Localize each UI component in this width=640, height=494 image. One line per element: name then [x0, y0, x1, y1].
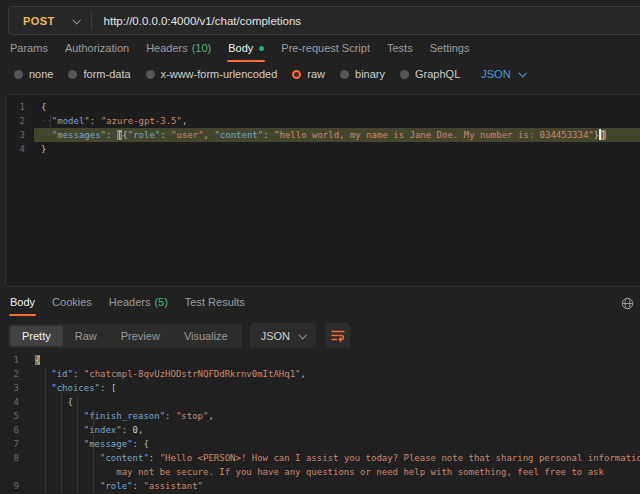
code-text: may not be secure. If you have any quest…: [28, 465, 640, 479]
url-input[interactable]: [104, 15, 640, 27]
mode-label: GraphQL: [415, 68, 460, 80]
mode-label: raw: [307, 68, 325, 80]
line-number: 1: [6, 100, 34, 114]
body-mode-raw[interactable]: raw: [292, 68, 325, 80]
headers-count-badge: (10): [192, 42, 212, 54]
response-tab-test-results[interactable]: Test Results: [185, 296, 245, 316]
code-text: "choices": [: [28, 381, 640, 395]
code-line: 5 "finish_reason": "stop",: [0, 409, 640, 423]
tab-label: Cookies: [52, 296, 92, 308]
code-line: 2··"model": "azure-gpt-3.5",: [6, 114, 640, 128]
request-tab-tests[interactable]: Tests: [387, 42, 413, 62]
view-visualize[interactable]: Visualize: [172, 326, 240, 346]
mode-label: form-data: [83, 68, 130, 80]
wrap-lines-button[interactable]: [325, 323, 350, 348]
radio-icon: [400, 70, 409, 79]
code-line: 4}: [6, 142, 640, 156]
response-tabs: Body Cookies Headers(5) Test Results: [10, 296, 245, 316]
line-number: [0, 465, 28, 479]
code-text: "id": "chatcmpl-8qvUzHODstrNQFDdRkrnv0mI…: [28, 367, 640, 381]
response-body-editor[interactable]: 1{2 "id": "chatcmpl-8qvUzHODstrNQFDdRkrn…: [0, 351, 640, 494]
globe-icon[interactable]: [621, 296, 634, 314]
response-language-dropdown[interactable]: JSON: [250, 323, 316, 348]
language-label: JSON: [481, 68, 510, 80]
body-mode-graphql[interactable]: GraphQL: [400, 68, 460, 80]
line-number: 9: [0, 479, 28, 493]
code-text: {: [34, 100, 640, 114]
method-label: POST: [23, 15, 55, 27]
response-tab-body[interactable]: Body: [10, 296, 35, 316]
radio-icon: [340, 70, 349, 79]
request-tabs: Params Authorization Headers(10) Body Pr…: [10, 42, 469, 62]
code-text: ··"messages": [{"role": "user", "content…: [34, 128, 640, 142]
mode-label: none: [29, 68, 53, 80]
tab-label: Settings: [430, 42, 470, 54]
postman-window: POST Params Authorization Headers(10) Bo…: [0, 0, 640, 494]
tab-label: Body: [10, 296, 35, 308]
line-number: 6: [0, 423, 28, 437]
request-tab-body[interactable]: Body: [228, 42, 264, 62]
tab-label: Headers: [109, 296, 151, 308]
line-number: 4: [0, 395, 28, 409]
code-line: 9 "role": "assistant": [0, 479, 640, 493]
response-tab-cookies[interactable]: Cookies: [52, 296, 92, 316]
line-number: 2: [6, 114, 34, 128]
mode-label: x-www-form-urlencoded: [161, 68, 278, 80]
tab-label: Authorization: [65, 42, 129, 54]
headers-count-badge: (5): [154, 296, 167, 308]
request-tab-headers[interactable]: Headers(10): [146, 42, 211, 62]
request-tab-pre-request-script[interactable]: Pre-request Script: [281, 42, 370, 62]
request-tab-authorization[interactable]: Authorization: [65, 42, 129, 62]
code-text: "index": 0,: [28, 423, 640, 437]
line-number: 1: [0, 353, 28, 367]
tab-label: Params: [10, 42, 48, 54]
body-mode-binary[interactable]: binary: [340, 68, 385, 80]
code-text: {: [28, 395, 640, 409]
tab-label: Headers: [146, 42, 188, 54]
request-tab-params[interactable]: Params: [10, 42, 48, 62]
code-text: }: [34, 142, 640, 156]
body-mode-row: none form-data x-www-form-urlencoded raw…: [14, 68, 525, 80]
code-line: may not be secure. If you have any quest…: [0, 465, 640, 479]
body-mode-none[interactable]: none: [14, 68, 53, 80]
view-raw[interactable]: Raw: [63, 326, 109, 346]
request-body-editor[interactable]: 1{2··"model": "azure-gpt-3.5",3··"messag…: [5, 94, 640, 287]
response-toolbar: Pretty Raw Preview Visualize JSON: [8, 323, 350, 348]
code-line: 2 "id": "chatcmpl-8qvUzHODstrNQFDdRkrnv0…: [0, 367, 640, 381]
code-text: "content": "Hello <PERSON>! How can I as…: [28, 451, 640, 465]
radio-icon: [292, 70, 301, 79]
body-mode-form-data[interactable]: form-data: [68, 68, 130, 80]
text-wrap-icon: [331, 329, 345, 342]
code-text: "role": "assistant": [28, 479, 640, 493]
code-line: 8 "content": "Hello <PERSON>! How can I …: [0, 451, 640, 465]
code-text: ··"model": "azure-gpt-3.5",: [34, 114, 640, 128]
radio-icon: [146, 70, 155, 79]
request-tab-settings[interactable]: Settings: [430, 42, 470, 62]
chevron-down-icon: [299, 331, 307, 339]
line-number: 4: [6, 142, 34, 156]
unsaved-body-dot: [259, 46, 264, 51]
method-selector[interactable]: POST: [9, 15, 91, 27]
body-mode-x-www-form-urlencoded[interactable]: x-www-form-urlencoded: [146, 68, 278, 80]
code-line: 6 "index": 0,: [0, 423, 640, 437]
chevron-down-icon: [72, 16, 80, 24]
code-text: {: [28, 353, 640, 367]
request-language-dropdown[interactable]: JSON: [481, 68, 524, 80]
tab-label: Test Results: [185, 296, 245, 308]
response-tab-headers[interactable]: Headers(5): [109, 296, 168, 316]
tab-label: Tests: [387, 42, 413, 54]
view-preview[interactable]: Preview: [109, 326, 172, 346]
code-line: 4 {: [0, 395, 640, 409]
request-url-bar: POST: [8, 6, 640, 35]
code-line: 3··"messages": [{"role": "user", "conten…: [6, 128, 640, 142]
tab-label: Pre-request Script: [281, 42, 370, 54]
line-number: 3: [0, 381, 28, 395]
radio-icon: [68, 70, 77, 79]
code-text: "message": {: [28, 437, 640, 451]
code-line: 7 "message": {: [0, 437, 640, 451]
line-number: 5: [0, 409, 28, 423]
mode-label: binary: [355, 68, 385, 80]
code-line: 1{: [6, 100, 640, 114]
radio-icon: [14, 70, 23, 79]
view-pretty[interactable]: Pretty: [10, 326, 63, 346]
